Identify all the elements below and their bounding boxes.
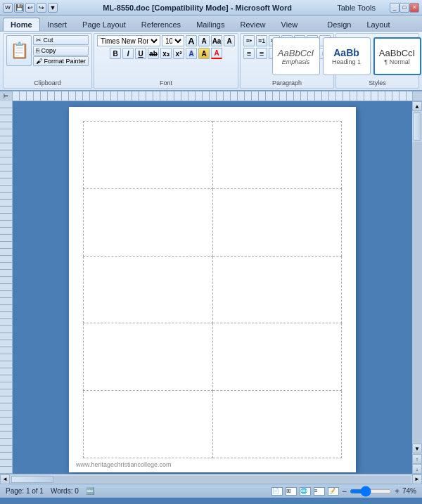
clipboard-group: 📋 ✂ Cut ⎘ Copy 🖌 Format Painter Clipboar…	[3, 33, 92, 89]
label-cell-7[interactable]	[84, 323, 213, 391]
view-mode-fullscreen[interactable]: ⊞	[286, 487, 297, 496]
table-row	[84, 323, 342, 391]
redo-button[interactable]: ↪	[37, 3, 46, 13]
label-cell-9[interactable]	[84, 391, 213, 458]
text-effects-button[interactable]: A	[186, 48, 197, 59]
view-mode-print[interactable]: 📄	[271, 487, 283, 496]
close-button[interactable]: ✕	[409, 3, 419, 13]
tab-layout[interactable]: Layout	[359, 18, 397, 31]
scroll-up-button[interactable]: ▲	[412, 101, 422, 111]
align-center-button[interactable]: ≡	[256, 48, 267, 59]
format-painter-button[interactable]: 🖌 Format Painter	[33, 56, 89, 66]
font-label: Font	[160, 79, 172, 86]
save-button[interactable]: 💾	[14, 3, 24, 13]
underline-button[interactable]: U	[135, 48, 146, 59]
ribbon: Home Insert Page Layout References Maili…	[0, 15, 422, 91]
tab-design[interactable]: Design	[319, 18, 359, 31]
label-cell-2[interactable]	[212, 122, 342, 189]
highlight-color-button[interactable]: A	[198, 48, 210, 59]
main-area: www.heritagechristiancollege.com ▲ ▼ ↑ ↓	[0, 101, 422, 474]
paste-button[interactable]: 📋	[6, 35, 32, 66]
view-mode-draft[interactable]: 📝	[328, 487, 339, 496]
align-left-button[interactable]: ≡	[243, 48, 255, 59]
vertical-scrollbar[interactable]: ▲ ▼ ↑ ↓	[412, 101, 422, 474]
table-row	[84, 122, 342, 189]
watermark: www.heritagechristiancollege.com	[76, 461, 172, 468]
font-color-button[interactable]: A	[211, 48, 222, 59]
restore-button[interactable]: □	[399, 3, 409, 13]
ruler-right-end	[412, 91, 422, 101]
change-case-button[interactable]: Aa	[211, 35, 222, 46]
tab-view[interactable]: View	[274, 18, 306, 31]
bullets-button[interactable]: ≡•	[243, 35, 255, 46]
status-bar: Page: 1 of 1 Words: 0 🔤 📄 ⊞ 🌐 ≡ 📝 − + 74…	[0, 484, 422, 498]
undo-button[interactable]: ↩	[25, 3, 35, 13]
scroll-down-button[interactable]: ▼	[412, 444, 422, 453]
ruler-corner[interactable]: ⊢	[0, 91, 13, 101]
customize-button[interactable]: ▼	[48, 3, 58, 13]
label-cell-1[interactable]	[84, 122, 213, 189]
styles-label: Styles	[369, 79, 386, 86]
zoom-in-button[interactable]: +	[395, 486, 399, 496]
scroll-next-page-button[interactable]: ↓	[412, 464, 422, 474]
h-scroll-track[interactable]	[11, 476, 411, 483]
scroll-right-button[interactable]: ►	[412, 474, 422, 484]
label-cell-4[interactable]	[212, 188, 342, 256]
zoom-level[interactable]: 74%	[402, 487, 416, 495]
clear-format-button[interactable]: A	[224, 35, 235, 46]
h-scroll-thumb[interactable]	[11, 476, 53, 483]
zoom-out-button[interactable]: −	[342, 486, 347, 496]
tab-insert[interactable]: Insert	[40, 18, 75, 31]
minimize-button[interactable]: _	[390, 3, 399, 13]
tab-review[interactable]: Review	[232, 18, 273, 31]
grow-font-button[interactable]: A	[186, 35, 197, 46]
italic-button[interactable]: I	[122, 48, 134, 59]
ruler-area: ⊢	[0, 91, 422, 101]
zoom-slider[interactable]	[350, 489, 392, 493]
strikethrough-button[interactable]: ab	[148, 48, 159, 59]
copy-button[interactable]: ⎘ Copy	[33, 46, 89, 56]
horizontal-ruler	[13, 91, 412, 101]
word-icon[interactable]: W	[3, 3, 13, 13]
horizontal-scrollbar[interactable]: ◄ ►	[0, 474, 422, 484]
status-right: 📄 ⊞ 🌐 ≡ 📝 − + 74%	[271, 486, 416, 496]
ribbon-content: 📋 ✂ Cut ⎘ Copy 🖌 Format Painter Clipboar…	[0, 31, 422, 90]
label-cell-10[interactable]	[212, 391, 342, 458]
tab-mailings[interactable]: Mailings	[188, 18, 232, 31]
label-cell-3[interactable]	[84, 188, 213, 256]
tab-page-layout[interactable]: Page Layout	[75, 18, 134, 31]
subscript-button[interactable]: x₂	[160, 48, 172, 59]
shrink-font-button[interactable]: A	[198, 35, 210, 46]
label-cell-5[interactable]	[84, 256, 213, 323]
title-bar-left: W 💾 ↩ ↪ ▼	[3, 3, 58, 13]
label-cell-8[interactable]	[212, 323, 342, 391]
lang-status: 🔤	[86, 487, 94, 495]
page-status: Page: 1 of 1	[6, 487, 44, 495]
scroll-left-button[interactable]: ◄	[0, 474, 10, 484]
clipboard-label: Clipboard	[34, 79, 61, 86]
document-area[interactable]: www.heritagechristiancollege.com	[13, 101, 412, 474]
label-table	[83, 121, 342, 458]
styles-group: AaBbCcI Emphasis AaBb Heading 1 AaBbCcI …	[335, 33, 419, 89]
tab-references[interactable]: References	[134, 18, 188, 31]
label-cell-6[interactable]	[212, 256, 342, 323]
style-emphasis[interactable]: AaBbCcI Emphasis	[272, 37, 320, 75]
bold-button[interactable]: B	[110, 48, 121, 59]
scroll-thumb[interactable]	[413, 112, 421, 141]
superscript-button[interactable]: x²	[173, 48, 184, 59]
tab-home[interactable]: Home	[3, 18, 40, 31]
view-mode-outline[interactable]: ≡	[314, 487, 325, 496]
words-status: Words: 0	[51, 487, 79, 495]
view-mode-web[interactable]: 🌐	[300, 487, 311, 496]
numbering-button[interactable]: ≡1	[256, 35, 267, 46]
tab-row: Home Insert Page Layout References Maili…	[0, 15, 422, 31]
font-size-select[interactable]: 10	[162, 35, 184, 46]
style-heading[interactable]: AaBb Heading 1	[323, 37, 371, 75]
table-row	[84, 188, 342, 256]
document-page: www.heritagechristiancollege.com	[69, 107, 356, 472]
scroll-track[interactable]	[412, 142, 422, 444]
cut-button[interactable]: ✂ Cut	[33, 35, 89, 45]
font-name-select[interactable]: Times New Roman	[97, 35, 160, 46]
scroll-prev-page-button[interactable]: ↑	[412, 454, 422, 464]
style-normal[interactable]: AaBbCcI ¶ Normal	[373, 37, 421, 75]
